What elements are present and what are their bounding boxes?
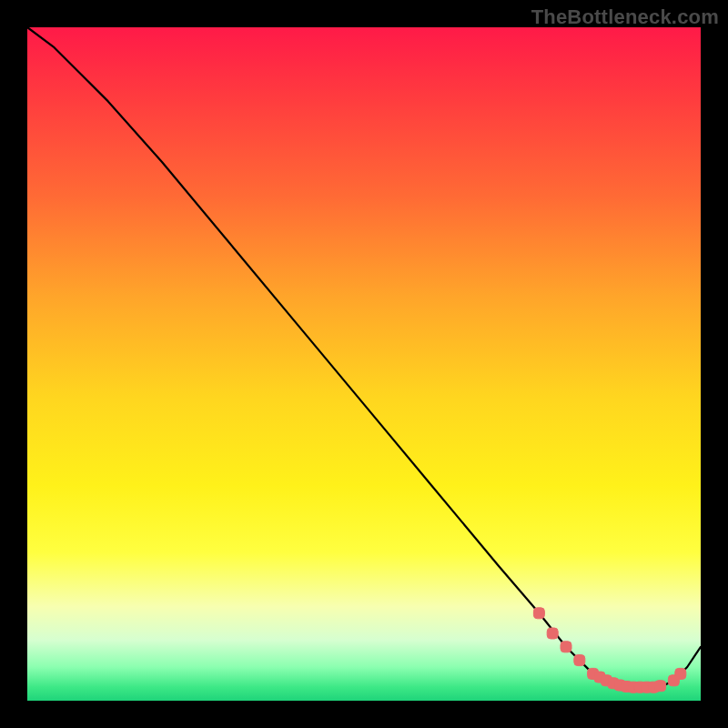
bottleneck-curve [27,27,701,687]
curve-marker [547,628,558,639]
chart-stage: TheBottleneck.com [0,0,728,728]
curve-marker [675,668,686,679]
curve-marker [574,655,585,666]
curve-marker [561,642,571,652]
curve-marker [655,681,666,692]
curve-marker [533,608,544,619]
curve-svg [27,27,701,701]
watermark-text: TheBottleneck.com [531,5,719,29]
marker-group [533,608,685,693]
plot-area [27,27,701,701]
